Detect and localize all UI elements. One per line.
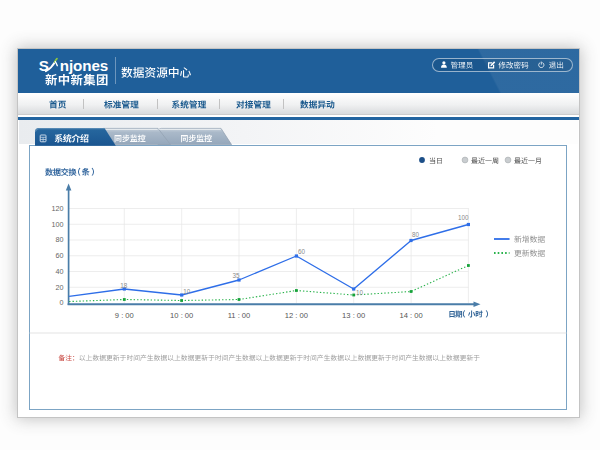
svg-text:14 : 00: 14 : 00 [399, 311, 422, 320]
svg-text:10 : 00: 10 : 00 [170, 311, 193, 320]
svg-text:100: 100 [458, 214, 469, 221]
svg-text:10: 10 [183, 288, 191, 295]
svg-text:80: 80 [412, 231, 420, 238]
svg-text:13 : 00: 13 : 00 [342, 311, 365, 320]
svg-text:20: 20 [56, 283, 64, 292]
svg-text:80: 80 [56, 235, 64, 244]
svg-text:35: 35 [233, 272, 241, 279]
svg-text:60: 60 [56, 251, 64, 260]
svg-text:60: 60 [298, 248, 306, 255]
svg-text:120: 120 [52, 204, 64, 213]
svg-text:9 : 00: 9 : 00 [115, 311, 134, 320]
svg-text:0: 0 [60, 298, 64, 307]
svg-text:40: 40 [56, 267, 64, 276]
svg-text:100: 100 [52, 220, 64, 229]
svg-text:10: 10 [356, 289, 364, 296]
svg-text:11 : 00: 11 : 00 [228, 311, 251, 320]
svg-text:12 : 00: 12 : 00 [285, 311, 308, 320]
svg-text:18: 18 [120, 282, 128, 289]
